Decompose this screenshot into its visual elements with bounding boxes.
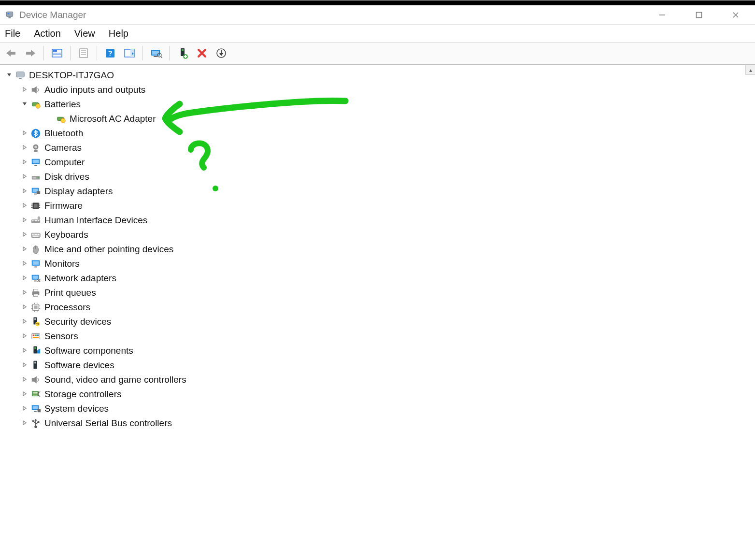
tree-node-network[interactable]: Network adapters bbox=[2, 271, 755, 286]
chevron-right-icon[interactable] bbox=[20, 242, 29, 257]
root-label: DESKTOP-ITJ7GAO bbox=[29, 68, 114, 83]
chevron-right-icon[interactable] bbox=[20, 315, 29, 329]
chevron-right-icon[interactable] bbox=[20, 329, 29, 344]
chevron-down-icon[interactable] bbox=[20, 97, 29, 112]
firmware-icon bbox=[30, 200, 42, 212]
back-button[interactable] bbox=[3, 45, 19, 61]
tree-node-software-devices[interactable]: Software devices bbox=[2, 358, 755, 373]
menu-view[interactable]: View bbox=[74, 28, 95, 39]
svg-rect-121 bbox=[38, 409, 41, 412]
svg-rect-128 bbox=[38, 421, 40, 423]
chevron-right-icon[interactable] bbox=[20, 199, 29, 213]
svg-rect-87 bbox=[34, 281, 37, 282]
tree-node-mice[interactable]: Mice and other pointing devices bbox=[2, 242, 755, 257]
keyboard-icon bbox=[30, 229, 42, 241]
svg-rect-106 bbox=[35, 334, 37, 336]
svg-rect-114 bbox=[34, 362, 36, 364]
svg-rect-11 bbox=[80, 49, 87, 57]
tree-root[interactable]: DESKTOP-ITJ7GAO bbox=[2, 68, 755, 83]
monitor-icon bbox=[30, 258, 42, 270]
tree-node-software-components[interactable]: Software components bbox=[2, 344, 755, 358]
svg-marker-33 bbox=[219, 50, 223, 56]
chevron-right-icon[interactable] bbox=[20, 373, 29, 387]
node-label: Cameras bbox=[44, 141, 82, 155]
chevron-right-icon[interactable] bbox=[20, 257, 29, 271]
action-pane-button[interactable] bbox=[121, 45, 138, 61]
tree-node-processors[interactable]: Processors bbox=[2, 300, 755, 315]
node-label: Software components bbox=[44, 344, 133, 358]
tree-node-security[interactable]: Security devices bbox=[2, 315, 755, 329]
minimize-button[interactable] bbox=[655, 8, 669, 22]
chevron-right-icon[interactable] bbox=[20, 416, 29, 431]
tree-node-cameras[interactable]: Cameras bbox=[2, 141, 755, 155]
tree-node-computer[interactable]: Computer bbox=[2, 155, 755, 170]
tree-node-monitors[interactable]: Monitors bbox=[2, 257, 755, 271]
toolbar-separator bbox=[169, 46, 170, 60]
svg-rect-76 bbox=[35, 234, 36, 235]
tree-node-storage[interactable]: Storage controllers bbox=[2, 387, 755, 402]
menu-help[interactable]: Help bbox=[109, 28, 128, 39]
chevron-right-icon[interactable] bbox=[20, 170, 29, 184]
menu-file[interactable]: File bbox=[5, 28, 20, 39]
chevron-right-icon[interactable] bbox=[20, 271, 29, 286]
svg-rect-84 bbox=[34, 267, 37, 268]
toolbar-separator bbox=[142, 46, 143, 60]
tree-node-ac-adapter[interactable]: Microsoft AC Adapter bbox=[2, 112, 755, 126]
tree-node-keyboards[interactable]: Keyboards bbox=[2, 228, 755, 242]
chevron-right-icon[interactable] bbox=[20, 228, 29, 242]
svg-point-40 bbox=[36, 104, 40, 108]
show-hidden-button[interactable] bbox=[49, 45, 65, 61]
chevron-right-icon[interactable] bbox=[20, 300, 29, 315]
svg-point-126 bbox=[32, 420, 34, 422]
security-icon bbox=[30, 316, 42, 328]
chevron-right-icon[interactable] bbox=[20, 402, 29, 416]
svg-rect-77 bbox=[36, 234, 37, 235]
tree-node-display-adapters[interactable]: Display adapters bbox=[2, 184, 755, 199]
add-driver-button[interactable] bbox=[174, 45, 191, 61]
tree-node-hid[interactable]: Human Interface Devices bbox=[2, 213, 755, 228]
forward-button[interactable] bbox=[22, 45, 39, 61]
node-label: Processors bbox=[44, 300, 90, 315]
svg-rect-79 bbox=[33, 236, 39, 237]
svg-rect-55 bbox=[33, 189, 38, 192]
chevron-down-icon[interactable] bbox=[5, 68, 14, 83]
chevron-right-icon[interactable] bbox=[20, 141, 29, 155]
chevron-right-icon[interactable] bbox=[20, 155, 29, 170]
node-label: Keyboards bbox=[44, 228, 88, 242]
device-tree-pane[interactable]: ▴ DESKTOP-ITJ7GAO Audio i bbox=[0, 64, 755, 560]
chevron-right-icon[interactable] bbox=[20, 83, 29, 97]
tree-node-batteries[interactable]: Batteries bbox=[2, 97, 755, 112]
svg-rect-111 bbox=[37, 350, 40, 353]
printer-icon bbox=[30, 287, 42, 299]
chevron-right-icon[interactable] bbox=[20, 358, 29, 373]
svg-rect-50 bbox=[34, 165, 37, 166]
node-label: System devices bbox=[44, 402, 109, 416]
svg-rect-86 bbox=[33, 276, 38, 279]
chevron-right-icon[interactable] bbox=[20, 387, 29, 402]
tree-node-audio[interactable]: Audio inputs and outputs bbox=[2, 83, 755, 97]
tree-node-usb[interactable]: Universal Serial Bus controllers bbox=[2, 416, 755, 431]
menu-action[interactable]: Action bbox=[34, 28, 61, 39]
tree-node-print-queues[interactable]: Print queues bbox=[2, 286, 755, 300]
remove-device-button[interactable] bbox=[194, 45, 210, 61]
svg-text:?: ? bbox=[108, 49, 112, 57]
scroll-up-button[interactable]: ▴ bbox=[745, 65, 755, 75]
tree-node-system[interactable]: System devices bbox=[2, 402, 755, 416]
close-button[interactable] bbox=[729, 8, 742, 22]
tree-node-sound-video-game[interactable]: Sound, video and game controllers bbox=[2, 373, 755, 387]
tree-node-disk-drives[interactable]: Disk drives bbox=[2, 170, 755, 184]
maximize-button[interactable] bbox=[692, 8, 706, 22]
properties-button[interactable] bbox=[75, 45, 92, 61]
tree-node-firmware[interactable]: Firmware bbox=[2, 199, 755, 213]
chevron-right-icon[interactable] bbox=[20, 344, 29, 358]
help-button[interactable]: ? bbox=[102, 45, 118, 61]
tree-node-sensors[interactable]: Sensors bbox=[2, 329, 755, 344]
node-label: Network adapters bbox=[44, 271, 116, 286]
chevron-right-icon[interactable] bbox=[20, 126, 29, 141]
chevron-right-icon[interactable] bbox=[20, 184, 29, 199]
scan-hardware-button[interactable] bbox=[148, 45, 164, 61]
chevron-right-icon[interactable] bbox=[20, 286, 29, 300]
update-driver-button[interactable] bbox=[213, 45, 229, 61]
chevron-right-icon[interactable] bbox=[20, 213, 29, 228]
tree-node-bluetooth[interactable]: Bluetooth bbox=[2, 126, 755, 141]
